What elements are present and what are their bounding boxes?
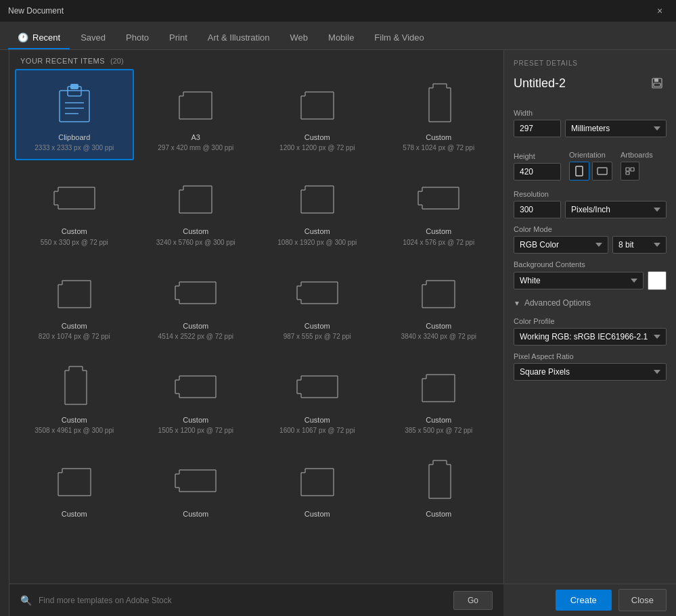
template-icon — [53, 455, 96, 504]
template-item[interactable]: A3297 x 420 mm @ 300 ppi — [137, 69, 256, 160]
template-dims: 578 x 1024 px @ 72 ppi — [403, 143, 474, 152]
template-dims: 3508 x 4961 px @ 300 ppi — [35, 426, 114, 435]
advanced-options-label: Advanced Options — [524, 298, 591, 308]
color-profile-label: Color Profile — [514, 317, 667, 325]
save-preset-button[interactable] — [648, 74, 667, 93]
resolution-unit-select[interactable]: Pixels/Inch Pixels/Centimeter — [565, 201, 667, 218]
tab-film[interactable]: Film & Video — [365, 27, 433, 49]
dialog-title: New Document — [8, 6, 64, 16]
width-unit-select[interactable]: Millimeters Pixels Inches Centimeters Po… — [565, 120, 667, 137]
template-icon — [417, 267, 460, 316]
create-button[interactable]: Create — [556, 590, 612, 611]
template-grid-wrapper[interactable]: Clipboard2333 x 2333 px @ 300 ppi A3297 … — [9, 69, 503, 584]
template-item[interactable]: Custom — [15, 446, 134, 527]
template-icon — [174, 78, 217, 127]
template-item[interactable]: Custom1080 x 1920 px @ 300 ppi — [258, 163, 377, 254]
template-item[interactable]: Custom4514 x 2522 px @ 72 ppi — [137, 258, 256, 349]
color-mode-label: Color Mode — [514, 225, 667, 233]
template-name: Custom — [426, 415, 451, 425]
tab-photo[interactable]: Photo — [116, 27, 158, 49]
tab-print[interactable]: Print — [160, 27, 197, 49]
right-panel: PRESET DETAILS Untitled-2 Width Millimet… — [503, 50, 676, 616]
template-dims: 1600 x 1067 px @ 72 ppi — [279, 426, 355, 435]
height-group: Height — [514, 145, 561, 181]
height-orientation-row: Height Orientation Artboards — [514, 144, 667, 181]
close-dialog-button[interactable]: Close — [618, 589, 667, 611]
template-item[interactable]: Custom1200 x 1200 px @ 72 ppi — [258, 69, 377, 160]
template-icon — [296, 172, 339, 221]
template-item[interactable]: Custom385 x 500 px @ 72 ppi — [380, 352, 499, 443]
color-mode-select[interactable]: RGB Color Bitmap Grayscale CMYK Color La… — [514, 236, 608, 254]
svg-rect-143 — [576, 166, 583, 176]
portrait-button[interactable] — [569, 162, 589, 181]
width-input[interactable] — [514, 120, 561, 137]
tab-saved[interactable]: Saved — [71, 27, 115, 49]
template-item[interactable]: Custom1505 x 1200 px @ 72 ppi — [137, 352, 256, 443]
template-icon — [296, 361, 339, 410]
template-dims: 2333 x 2333 px @ 300 ppi — [35, 143, 114, 152]
bg-contents-select[interactable]: White Black Background Color Transparent… — [514, 272, 644, 289]
template-item[interactable]: Custom3240 x 5760 px @ 300 ppi — [137, 163, 256, 254]
main-area: YOUR RECENT ITEMS (20) Clipboard2333 x 2… — [0, 50, 676, 616]
bottom-buttons: Create Close — [503, 584, 676, 616]
template-item[interactable]: Custom550 x 330 px @ 72 ppi — [15, 163, 134, 254]
height-label: Height — [514, 152, 561, 160]
template-name: Custom — [426, 133, 451, 142]
template-item[interactable]: Custom3508 x 4961 px @ 300 ppi — [15, 352, 134, 443]
template-name: Custom — [305, 321, 330, 331]
template-name: Custom — [62, 227, 87, 236]
bg-contents-label: Background Contents — [514, 260, 667, 268]
left-sidebar — [0, 50, 9, 616]
template-name: Custom — [183, 509, 208, 519]
tab-web[interactable]: Web — [281, 27, 318, 49]
template-item[interactable]: Custom — [258, 446, 377, 527]
color-mode-row: RGB Color Bitmap Grayscale CMYK Color La… — [514, 236, 667, 254]
template-item[interactable]: Custom3840 x 3240 px @ 72 ppi — [380, 258, 499, 349]
resolution-label: Resolution — [514, 190, 667, 198]
svg-rect-144 — [598, 168, 607, 174]
landscape-button[interactable] — [592, 162, 612, 181]
template-name: Custom — [305, 227, 330, 236]
template-icon — [53, 267, 96, 316]
svg-rect-142 — [654, 83, 660, 87]
template-item[interactable]: Custom1024 x 576 px @ 72 ppi — [380, 163, 499, 254]
template-name: A3 — [191, 133, 200, 142]
template-dims: 297 x 420 mm @ 300 ppi — [158, 143, 233, 152]
pixel-aspect-select[interactable]: Square Pixels D1/DV NTSC (0.91) D1/DV PA… — [514, 363, 667, 381]
resolution-row: Pixels/Inch Pixels/Centimeter — [514, 201, 667, 218]
template-icon — [296, 455, 339, 504]
go-button[interactable]: Go — [453, 591, 493, 610]
resolution-input[interactable] — [514, 201, 561, 218]
orientation-label: Orientation — [569, 151, 612, 159]
artboards-checkbox[interactable] — [621, 162, 639, 181]
close-button[interactable]: × — [652, 3, 668, 19]
svg-rect-147 — [626, 172, 629, 174]
tab-mobile[interactable]: Mobile — [319, 27, 363, 49]
tab-recent[interactable]: 🕐 Recent — [8, 27, 70, 49]
search-input[interactable] — [39, 596, 447, 605]
template-item[interactable]: Custom — [380, 446, 499, 527]
orientation-group: Orientation — [569, 144, 612, 181]
orientation-buttons — [569, 162, 612, 181]
template-item[interactable]: Custom820 x 1074 px @ 72 ppi — [15, 258, 134, 349]
template-item[interactable]: Custom578 x 1024 px @ 72 ppi — [380, 69, 499, 160]
template-icon — [296, 267, 339, 316]
height-input[interactable] — [514, 163, 561, 181]
template-item[interactable]: Clipboard2333 x 2333 px @ 300 ppi — [15, 69, 134, 160]
clock-icon: 🕐 — [18, 32, 28, 43]
advanced-options-toggle[interactable]: ▼ Advanced Options — [514, 298, 667, 308]
svg-rect-0 — [60, 91, 89, 122]
template-name: Custom — [305, 415, 330, 425]
tab-art[interactable]: Art & Illustration — [198, 27, 279, 49]
template-icon — [417, 172, 460, 221]
template-icon — [417, 78, 460, 127]
svg-rect-2 — [70, 84, 78, 89]
bg-color-swatch[interactable] — [648, 271, 667, 290]
template-item[interactable]: Custom — [137, 446, 256, 527]
template-item[interactable]: Custom987 x 555 px @ 72 ppi — [258, 258, 377, 349]
color-profile-select[interactable]: Working RGB: sRGB IEC61966-2.1 Don't Col… — [514, 328, 667, 346]
template-item[interactable]: Custom1600 x 1067 px @ 72 ppi — [258, 352, 377, 443]
template-name: Custom — [62, 509, 87, 519]
bit-depth-select[interactable]: 8 bit 16 bit 32 bit — [612, 236, 667, 254]
preset-name-row: Untitled-2 — [514, 74, 667, 93]
